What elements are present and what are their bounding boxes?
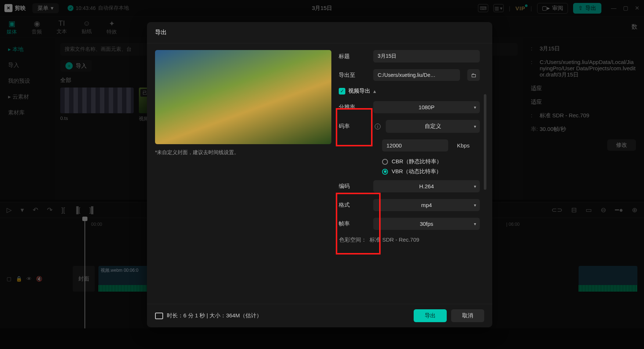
chevron-down-icon: ▾ [474, 105, 476, 110]
collapse-icon[interactable]: ▴ [373, 88, 376, 95]
title-input[interactable]: 3月15日 [373, 50, 480, 63]
dialog-footer: 时长：6 分 1 秒 | 大小：364M（估计） 导出 取消 [147, 304, 492, 327]
fps-label: 帧率 [339, 220, 368, 227]
export-confirm-button[interactable]: 导出 [414, 309, 447, 322]
cbr-radio[interactable]: CBR（静态比特率） [382, 158, 480, 165]
film-icon [155, 313, 163, 319]
checkbox-icon[interactable]: ✓ [339, 88, 345, 95]
cancel-button[interactable]: 取消 [451, 309, 484, 322]
resolution-label: 分辨率 [339, 104, 368, 111]
preview-note: *未自定义封面，建议去时间线设置。 [155, 149, 331, 156]
dest-label: 导出至 [339, 72, 368, 79]
duration-text: 时长：6 分 1 秒 | 大小：364M（估计） [167, 312, 262, 319]
format-label: 格式 [339, 202, 368, 209]
chevron-down-icon: ▾ [474, 203, 476, 208]
colorspace-row: 色彩空间： 标准 SDR - Rec.709 [339, 236, 480, 243]
video-export-section[interactable]: ✓ 视频导出 ▴ [339, 88, 480, 95]
info-icon[interactable]: i [375, 124, 381, 129]
resolution-select[interactable]: 1080P▾ [373, 101, 480, 113]
fps-select[interactable]: 30fps▾ [373, 218, 480, 230]
vbr-radio[interactable]: VBR（动态比特率） [382, 168, 480, 175]
chevron-down-icon: ▾ [474, 221, 476, 227]
title-label: 标题 [339, 53, 368, 60]
format-select[interactable]: mp4▾ [373, 199, 480, 211]
bitrate-label: 码率 [339, 123, 368, 130]
bitrate-unit: Kbps [457, 142, 469, 149]
chevron-down-icon: ▾ [474, 124, 476, 129]
dest-input[interactable]: C:/Users/xueting.liu/De… [373, 69, 460, 81]
folder-icon[interactable]: 🗀 [467, 69, 480, 81]
export-dialog: 导出 *未自定义封面，建议去时间线设置。 标题 3月15日 导出至 C:/Use… [147, 22, 492, 327]
export-preview [155, 50, 331, 144]
dialog-title: 导出 [147, 22, 492, 43]
encode-select[interactable]: H.264▾ [373, 180, 480, 192]
chevron-down-icon: ▾ [474, 184, 476, 189]
bitrate-select[interactable]: 自定义▾ [386, 120, 480, 133]
encode-label: 编码 [339, 183, 368, 190]
bitrate-input[interactable]: 12000 [382, 139, 448, 152]
scrollbar[interactable] [484, 94, 486, 190]
